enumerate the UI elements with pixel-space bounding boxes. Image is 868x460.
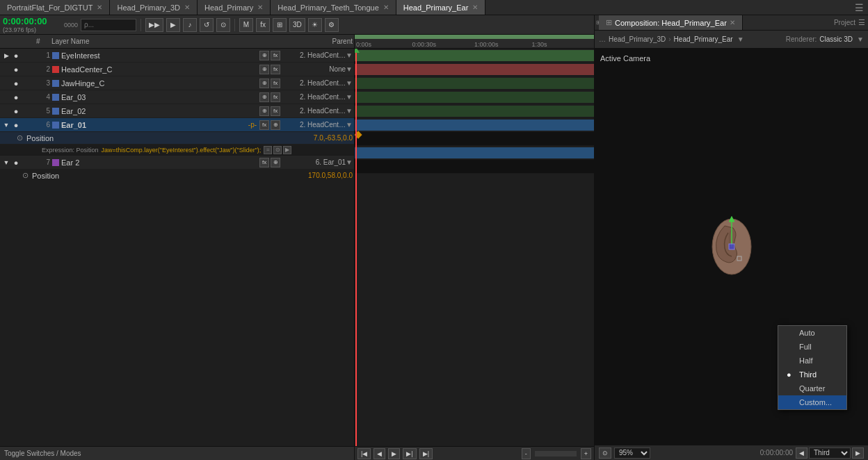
- eye-3[interactable]: ●: [11, 79, 21, 88]
- layer-row-2[interactable]: ● 2 HeadCenter_C ⊕ fx None ▼: [0, 63, 354, 76]
- eye-5[interactable]: ●: [11, 107, 21, 115]
- solo-btn[interactable]: ☀: [308, 18, 322, 32]
- tab-close-icon[interactable]: ✕: [257, 3, 263, 11]
- search-input[interactable]: [81, 19, 136, 31]
- zoom-out-btn[interactable]: -: [522, 448, 531, 459]
- breadcrumb-2: Head_Primary_Ear: [674, 35, 733, 43]
- timeline-ruler[interactable]: 0:00s 0:00:30s 1:00:00s 1:30s: [355, 35, 594, 49]
- goto-start-btn[interactable]: |◀: [357, 448, 371, 459]
- eye-4[interactable]: ●: [11, 93, 21, 101]
- dropdown-third[interactable]: ● Third: [778, 368, 846, 381]
- motion-blur-btn[interactable]: M: [239, 18, 253, 32]
- zoom-in-btn[interactable]: +: [581, 448, 591, 459]
- layer-num-7: 7: [38, 158, 50, 166]
- parent-arrow-5: ▼: [346, 107, 353, 115]
- switch-6a[interactable]: fx: [259, 120, 269, 130]
- position-row-7[interactable]: ⊙ Position 170.0,58.0,0.0: [0, 170, 354, 182]
- switch-7b[interactable]: ⊕: [271, 158, 280, 167]
- audio-btn[interactable]: ♪: [183, 18, 197, 32]
- expr-btn-3[interactable]: ▶: [283, 146, 291, 154]
- tab-bar: PortraitFlat_For_DIGTUT ✕ Head_Primary_3…: [0, 0, 868, 15]
- position-row-6[interactable]: ⊙ Position 7.0,-63.5,0.0: [0, 132, 354, 145]
- switch-1[interactable]: ⊕: [259, 51, 269, 60]
- eye-6[interactable]: ●: [11, 121, 21, 129]
- dropdown-quarter[interactable]: Quarter: [778, 381, 846, 395]
- goto-end-btn[interactable]: ▶|: [419, 448, 433, 459]
- expand-btn-6[interactable]: ▼: [1, 122, 11, 129]
- 3d-btn[interactable]: 3D: [289, 18, 305, 32]
- dropdown-custom[interactable]: Custom...: [778, 395, 846, 409]
- switch-2[interactable]: fx: [271, 51, 280, 60]
- track-bar-1: [355, 50, 594, 61]
- expr-btn-1[interactable]: =: [264, 146, 272, 154]
- switch-5a[interactable]: ⊕: [259, 106, 269, 116]
- play-stop-btn[interactable]: ▶: [388, 448, 400, 459]
- layer-row-7[interactable]: ▼ ● 7 Ear 2 fx ⊕ 6. Ear_01 ▼: [0, 156, 354, 170]
- layer-name-7: Ear 2: [61, 158, 257, 167]
- viewer-menu-btn[interactable]: ☰: [858, 18, 865, 27]
- layer-row-6[interactable]: ▼ ● 6 Ear_01 -p- fx ⊕ 2. HeadCent… ▼: [0, 118, 354, 132]
- loop-btn[interactable]: ↺: [200, 18, 214, 32]
- switch-6b[interactable]: ⊕: [271, 120, 280, 130]
- view-prev-btn[interactable]: ◀: [796, 447, 807, 459]
- viewer-tab-comp[interactable]: ⊞ Composition: Head_Primary_Ear ✕: [599, 15, 743, 30]
- viewer-tab-close[interactable]: ✕: [730, 19, 735, 26]
- layer-row-5[interactable]: ● 5 Ear_02 ⊕ fx 2. HeadCent… ▼: [0, 104, 354, 118]
- tab-portraitflat[interactable]: PortraitFlat_For_DIGTUT ✕: [0, 0, 110, 15]
- expand-btn-1[interactable]: ▶: [1, 52, 11, 59]
- switch-4a[interactable]: ⊕: [259, 92, 269, 102]
- viewer-tab-label: Composition: Head_Primary_Ear: [615, 19, 727, 27]
- expr-btn-2[interactable]: ⊙: [273, 146, 282, 154]
- resolution-dropdown[interactable]: Auto Full Half ● Third Quarter: [778, 325, 847, 410]
- tab-close-icon[interactable]: ✕: [97, 3, 102, 11]
- zoom-select[interactable]: 95% 100% 50%: [614, 447, 650, 459]
- layer-row-1[interactable]: ▶ ● 1 EyeInterest ⊕ fx 2. HeadCent… ▼: [0, 49, 354, 63]
- step-back-btn[interactable]: ◀: [373, 448, 385, 459]
- work-area-bar: [355, 35, 594, 39]
- toggle-switches-label[interactable]: Toggle Switches / Modes: [4, 450, 81, 457]
- expand-btn-7[interactable]: ▼: [1, 159, 11, 166]
- viewer-always-preview-btn[interactable]: ⊙: [599, 447, 611, 459]
- layer-row-4[interactable]: ● 4 Ear_03 ⊕ fx 2. HeadCent… ▼: [0, 90, 354, 104]
- eye-2[interactable]: ●: [11, 65, 21, 74]
- tab-head-primary-ear[interactable]: Head_Primary_Ear ✕: [396, 0, 486, 15]
- settings-btn[interactable]: ⚙: [325, 18, 339, 32]
- fx-btn[interactable]: fx: [256, 18, 270, 32]
- switch-7a[interactable]: fx: [259, 158, 269, 167]
- switch-5b[interactable]: fx: [271, 106, 280, 116]
- tab-head-primary-3d[interactable]: Head_Primary_3D ✕: [110, 0, 197, 15]
- eye-7[interactable]: ●: [11, 158, 21, 167]
- svg-rect-2: [729, 244, 734, 249]
- layer-row-3[interactable]: ● 3 JawHinge_C ⊕ fx 2. HeadCent… ▼: [0, 76, 354, 90]
- timeline-cursor[interactable]: [355, 49, 357, 446]
- switch-3b[interactable]: fx: [271, 79, 280, 88]
- track-pos-7: [355, 160, 594, 174]
- tab-close-icon[interactable]: ✕: [184, 3, 190, 11]
- play-btn[interactable]: ▶: [166, 18, 180, 32]
- project-label: Project: [834, 19, 855, 26]
- panel-menu-btn[interactable]: ☰: [851, 0, 868, 15]
- view-select[interactable]: Third Full Half Quarter: [809, 447, 851, 459]
- frame-blend-btn[interactable]: ⊞: [273, 18, 287, 32]
- dropdown-half[interactable]: Half: [778, 354, 846, 368]
- frame-num: 0000: [64, 22, 78, 28]
- tab-head-primary-teeth[interactable]: Head_Primary_Teeth_Tongue ✕: [271, 0, 396, 15]
- tab-close-icon[interactable]: ✕: [472, 3, 478, 11]
- view-next-btn[interactable]: ▶: [852, 447, 864, 459]
- tab-close-icon[interactable]: ✕: [383, 3, 389, 11]
- zoom-slider[interactable]: [535, 451, 577, 457]
- switch-3a[interactable]: ⊕: [259, 79, 269, 88]
- dropdown-full[interactable]: Full: [778, 340, 846, 354]
- switch-4b[interactable]: fx: [271, 92, 280, 102]
- ram-preview-btn[interactable]: ▶▶: [145, 18, 163, 32]
- viewer-tab-bar: ⊞ ⊞ Composition: Head_Primary_Ear ✕ Proj…: [595, 15, 868, 31]
- num-col-header: #: [36, 38, 49, 45]
- tab-head-primary[interactable]: Head_Primary ✕: [198, 0, 271, 15]
- switch-2a[interactable]: ⊕: [259, 65, 269, 74]
- render-btn[interactable]: ⊙: [216, 18, 230, 32]
- switch-2b[interactable]: fx: [271, 65, 280, 74]
- eye-1[interactable]: ●: [11, 51, 21, 60]
- layer-name-1: EyeInterest: [61, 51, 257, 60]
- dropdown-auto[interactable]: Auto: [778, 326, 846, 340]
- step-fwd-btn[interactable]: ▶|: [403, 448, 416, 459]
